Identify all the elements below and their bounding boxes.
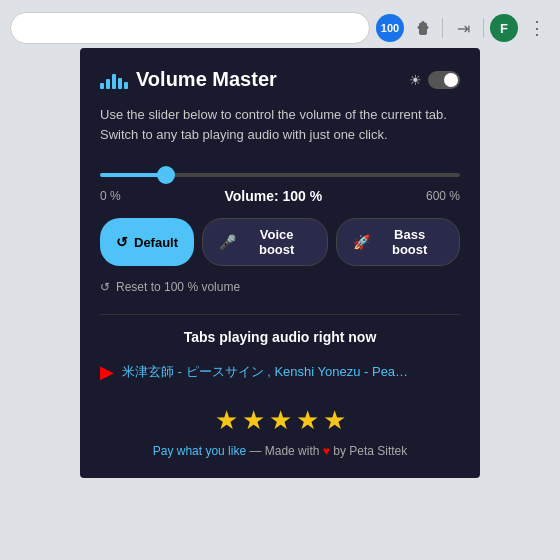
preset-buttons-row: ↺ Default 🎤 Voice boost 🚀 Bass boost xyxy=(100,218,460,266)
tab-item[interactable]: ▶ 米津玄師 - ピースサイン , Kenshi Yonezu - Pea… xyxy=(100,355,460,389)
reset-icon: ↺ xyxy=(100,280,110,294)
volume-slider[interactable] xyxy=(100,173,460,177)
rocket-icon: 🚀 xyxy=(353,234,370,250)
theme-toggle[interactable]: ☀ xyxy=(409,71,460,89)
toolbar-divider xyxy=(442,18,443,38)
slider-max-label: 600 % xyxy=(426,189,460,203)
footer-author: by Peta Sittek xyxy=(330,444,407,458)
reset-label: Reset to 100 % volume xyxy=(116,280,240,294)
slider-section: 0 % Volume: 100 % 600 % xyxy=(100,164,460,204)
star-4[interactable]: ★ xyxy=(296,405,319,436)
profile-icon[interactable]: F xyxy=(490,14,518,42)
sound-bar-3 xyxy=(112,74,116,89)
footer: Pay what you like — Made with ♥ by Peta … xyxy=(100,444,460,458)
stars-row[interactable]: ★ ★ ★ ★ ★ xyxy=(100,405,460,436)
popup-title-area: Volume Master xyxy=(100,68,277,91)
sound-bar-5 xyxy=(124,82,128,89)
heart-icon: ♥ xyxy=(323,444,330,458)
slider-value-label: Volume: 100 % xyxy=(224,188,322,204)
star-1[interactable]: ★ xyxy=(215,405,238,436)
star-3[interactable]: ★ xyxy=(269,405,292,436)
bass-boost-button[interactable]: 🚀 Bass boost xyxy=(336,218,460,266)
default-icon: ↺ xyxy=(116,234,128,250)
slider-min-label: 0 % xyxy=(100,189,121,203)
extensions-icon[interactable] xyxy=(408,14,436,42)
address-bar[interactable] xyxy=(10,12,370,44)
microphone-icon: 🎤 xyxy=(219,234,236,250)
popup-title: Volume Master xyxy=(136,68,277,91)
sound-bar-1 xyxy=(100,83,104,89)
menu-icon[interactable]: ⋮ xyxy=(522,14,550,42)
forward-icon[interactable]: ⇥ xyxy=(449,14,477,42)
browser-chrome: 100 ⇥ F ⋮ xyxy=(0,0,560,48)
voice-boost-label: Voice boost xyxy=(242,227,311,257)
tabs-section-title: Tabs playing audio right now xyxy=(100,329,460,345)
bass-boost-label: Bass boost xyxy=(376,227,443,257)
voice-boost-button[interactable]: 🎤 Voice boost xyxy=(202,218,328,266)
default-button[interactable]: ↺ Default xyxy=(100,218,194,266)
toolbar-icons: 100 ⇥ F ⋮ xyxy=(376,14,550,42)
extension-popup: Volume Master ☀ Use the slider below to … xyxy=(80,48,480,478)
toolbar-divider2 xyxy=(483,18,484,38)
sun-icon: ☀ xyxy=(409,72,422,88)
reset-row[interactable]: ↺ Reset to 100 % volume xyxy=(100,280,460,294)
slider-labels: 0 % Volume: 100 % 600 % xyxy=(100,188,460,204)
star-2[interactable]: ★ xyxy=(242,405,265,436)
pay-what-you-like-link[interactable]: Pay what you like xyxy=(153,444,246,458)
footer-dash: — Made with xyxy=(246,444,323,458)
popup-header: Volume Master ☀ xyxy=(100,68,460,91)
sound-bar-4 xyxy=(118,78,122,89)
section-divider xyxy=(100,314,460,315)
dark-mode-toggle[interactable] xyxy=(428,71,460,89)
sound-icon xyxy=(100,71,128,89)
youtube-icon: ▶ xyxy=(100,361,114,383)
popup-description: Use the slider below to control the volu… xyxy=(100,105,460,144)
extension-badge-icon[interactable]: 100 xyxy=(376,14,404,42)
slider-container xyxy=(100,164,460,180)
star-5[interactable]: ★ xyxy=(323,405,346,436)
default-button-label: Default xyxy=(134,235,178,250)
tab-title: 米津玄師 - ピースサイン , Kenshi Yonezu - Pea… xyxy=(122,363,408,381)
sound-bar-2 xyxy=(106,79,110,89)
